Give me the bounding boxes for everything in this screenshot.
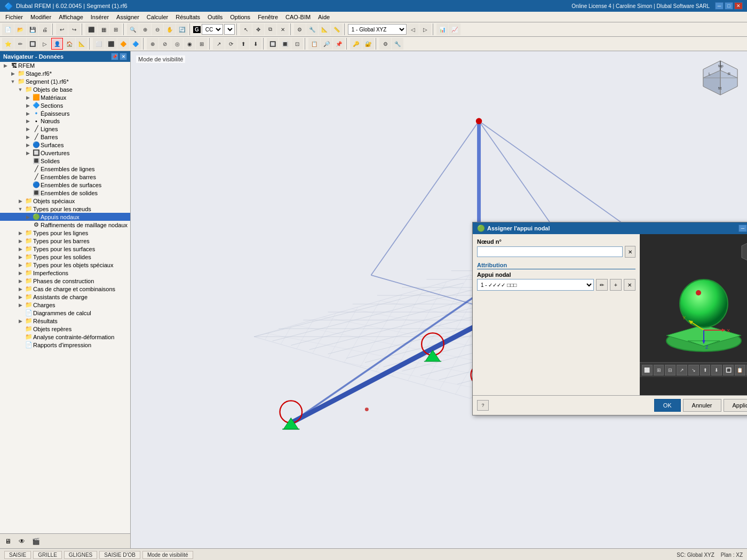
tree-item-segment[interactable]: ▼📁Segment (1).rf6* [0, 77, 130, 85]
tb2-btn29[interactable]: ⚙ [379, 38, 391, 50]
menu-item-assigner[interactable]: Assigner [113, 13, 142, 21]
tools-btn3[interactable]: 📐 [319, 23, 330, 35]
tree-item-cas-charge[interactable]: ▶📁Cas de charge et combinaisons [0, 285, 130, 293]
menu-item-affichage[interactable]: Affichage [55, 13, 86, 21]
g-select2[interactable]: G [224, 24, 235, 35]
menu-item-cao-bim[interactable]: CAO-BIM [282, 13, 314, 21]
tb2-btn6[interactable]: 🏠 [63, 38, 75, 50]
preview-btn1[interactable]: ⬜ [642, 365, 653, 375]
tree-toggle-epaisseurs[interactable]: ▶ [23, 111, 32, 116]
maximize-button[interactable]: □ [725, 2, 733, 10]
minimize-button[interactable]: ─ [715, 2, 724, 10]
menu-item-aide[interactable]: Aide [315, 13, 333, 21]
tree-item-base-objects[interactable]: ▼📁Objets de base [0, 85, 130, 93]
tools-btn2[interactable]: 🔧 [306, 23, 318, 35]
tree-toggle-lignes[interactable]: ▶ [23, 126, 32, 132]
tb2-btn28[interactable]: 🔐 [362, 38, 374, 50]
node-clear-button[interactable]: ✕ [625, 246, 635, 258]
tb2-btn9[interactable]: ⬛ [105, 38, 117, 50]
copy-button[interactable]: ⧉ [265, 23, 276, 35]
dialog-minimize-button[interactable]: ─ [738, 225, 747, 232]
save-button[interactable]: 💾 [27, 23, 38, 35]
tree-toggle-special-objects[interactable]: ▶ [16, 198, 25, 204]
tb2-btn8[interactable]: ⬜ [93, 38, 105, 50]
tb2-btn4[interactable]: ▷ [39, 38, 51, 50]
tree-toggle-resultats[interactable]: ▶ [16, 318, 25, 324]
cube-nav-widget[interactable]: top R L frt [699, 57, 742, 99]
tb2-btn24[interactable]: 📋 [308, 38, 320, 50]
tree-item-solides[interactable]: 🔳Solides [0, 157, 130, 165]
rotate-button[interactable]: 🔄 [176, 23, 188, 35]
tree-item-barres[interactable]: ▶╱Barres [0, 133, 130, 141]
cancel-button[interactable]: Annuler [683, 399, 721, 412]
preview-btn3[interactable]: ⊟ [665, 365, 676, 375]
pan-button[interactable]: ✋ [164, 23, 176, 35]
menu-item-fenêtre[interactable]: Fenêtre [255, 13, 281, 21]
tree-toggle-assistants[interactable]: ▶ [16, 294, 25, 300]
tb2-btn15[interactable]: ◉ [184, 38, 195, 50]
tb2-btn27[interactable]: 🔑 [350, 38, 362, 50]
preview-btn4[interactable]: ↗ [677, 365, 687, 375]
apply-button[interactable]: Appliquer [724, 399, 747, 412]
tree-toggle-noeuds[interactable]: ▶ [23, 118, 32, 124]
preview-btn7[interactable]: ⬇ [711, 365, 722, 375]
menu-item-modifier[interactable]: Modifier [27, 13, 54, 21]
tb2-btn19[interactable]: ⬆ [237, 38, 249, 50]
zoom-out-button[interactable]: ⊖ [152, 23, 163, 35]
tree-item-ouvertures[interactable]: ▶🔲Ouvertures [0, 149, 130, 157]
tb2-btn13[interactable]: ⊘ [159, 38, 171, 50]
ok-button[interactable]: OK [654, 399, 681, 412]
tb2-btn5-active[interactable]: 👤 [51, 38, 63, 50]
menu-item-fichier[interactable]: Fichier [2, 13, 26, 21]
tb2-btn10[interactable]: 🔶 [117, 38, 129, 50]
tb2-btn25[interactable]: 🔎 [321, 38, 332, 50]
preview-btn8[interactable]: 🔳 [723, 365, 734, 375]
tb2-btn17[interactable]: ↗ [213, 38, 225, 50]
tree-toggle-ouvertures[interactable]: ▶ [23, 150, 32, 156]
tree-toggle-segment[interactable]: ▼ [9, 79, 17, 84]
print-button[interactable]: 🖨 [39, 23, 51, 35]
tree-item-ens-surfaces[interactable]: 🔵Ensembles de surfaces [0, 181, 130, 189]
tree-toggle-surfaces[interactable]: ▶ [23, 142, 32, 148]
appui-edit-button[interactable]: ✏ [596, 279, 608, 291]
tree-toggle-charges[interactable]: ▶ [16, 302, 25, 308]
disp-btn1[interactable]: 📊 [436, 23, 448, 35]
tree-item-types-noeuds[interactable]: ▼📁Types pour les nœuds [0, 205, 130, 213]
view-button3[interactable]: ⊞ [110, 23, 122, 35]
tree-item-phases[interactable]: ▶📁Phases de construction [0, 277, 130, 285]
tree-item-types-solides[interactable]: ▶📁Types pour les solides [0, 253, 130, 261]
coord-btn2[interactable]: ▷ [419, 23, 431, 35]
tree-toggle-phases[interactable]: ▶ [16, 278, 25, 284]
menu-item-résultats[interactable]: Résultats [172, 13, 203, 21]
appui-new-button[interactable]: + [610, 279, 622, 291]
menu-item-calculer[interactable]: Calculer [144, 13, 171, 21]
tree-toggle-imperfections[interactable]: ▶ [16, 270, 25, 276]
preview-btn6[interactable]: ⬆ [700, 365, 711, 375]
zoom-button[interactable]: 🔍 [127, 23, 139, 35]
tb2-btn14[interactable]: ◎ [171, 38, 183, 50]
new-button[interactable]: 📄 [2, 23, 14, 35]
close-button[interactable]: ✕ [734, 2, 743, 10]
tb2-btn12[interactable]: ⊕ [147, 38, 158, 50]
dialog-help-button[interactable]: ? [477, 400, 489, 411]
redo-button[interactable]: ↪ [68, 23, 80, 35]
view-button2[interactable]: ▦ [98, 23, 109, 35]
menu-item-insérer[interactable]: Insérer [88, 13, 112, 21]
tree-item-types-lignes[interactable]: ▶📁Types pour les lignes [0, 229, 130, 237]
menu-item-outils[interactable]: Outils [204, 13, 226, 21]
preview-btn2[interactable]: ⊞ [654, 365, 664, 375]
tree-item-rapports[interactable]: 📄Rapports d'impression [0, 341, 130, 349]
zoom-in-button[interactable]: ⊕ [139, 23, 151, 35]
delete-button[interactable]: ✕ [277, 23, 289, 35]
tree-item-assistants[interactable]: ▶📁Assistants de charge [0, 293, 130, 301]
tb2-btn16[interactable]: ⊞ [196, 38, 208, 50]
tree-item-types-speciaux[interactable]: ▶📁Types pour les objets spéciaux [0, 261, 130, 269]
tree-toggle-appuis-nodaux[interactable]: ▶ [23, 214, 32, 220]
coord-system-select[interactable]: 1 - Global XYZ [348, 24, 407, 35]
tree-item-types-barres[interactable]: ▶📁Types pour les barres [0, 237, 130, 245]
appui-select[interactable]: 1 - ✓✓✓✓ □□□ [477, 279, 594, 291]
tree-item-ens-solides[interactable]: 🔳Ensembles de solides [0, 189, 130, 197]
tree-toggle-types-noeuds[interactable]: ▼ [16, 206, 25, 212]
tree-toggle-types-barres[interactable]: ▶ [16, 238, 25, 244]
tb2-btn7[interactable]: 📐 [76, 38, 88, 50]
